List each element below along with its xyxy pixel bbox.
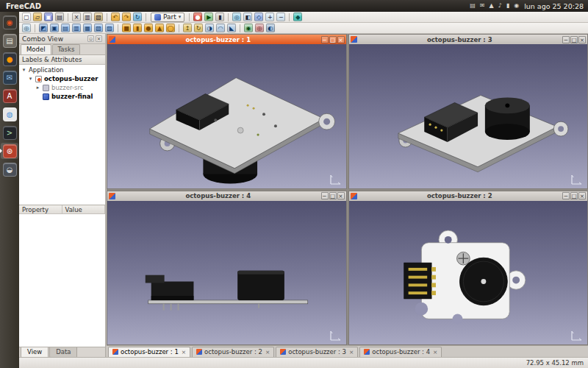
boolean-union-button[interactable]: ◉ <box>243 24 254 32</box>
tree-item-application[interactable]: ▾ Application <box>19 66 105 74</box>
part-revolve-button[interactable]: ↻ <box>193 24 204 32</box>
workbench-selector[interactable]: Part▾ <box>151 13 184 22</box>
paste-button[interactable]: ▧ <box>93 13 104 21</box>
expander-icon[interactable]: ▸ <box>35 85 40 91</box>
close-icon[interactable]: × <box>349 349 354 355</box>
close-button[interactable]: × <box>578 192 586 199</box>
tab-data[interactable]: Data <box>49 347 77 358</box>
undo-button[interactable]: ↶ <box>110 13 121 21</box>
view-draw-style-button[interactable]: ◧ <box>243 13 253 21</box>
close-icon[interactable]: × <box>433 349 437 355</box>
view-top-button[interactable]: ▤ <box>60 24 71 32</box>
float-button[interactable]: ▫ <box>87 35 94 42</box>
document-open-button[interactable]: ▱ <box>32 13 43 21</box>
launcher-item-dash-home[interactable]: ◉ <box>1 14 18 30</box>
refresh-button[interactable]: ↻ <box>132 13 143 21</box>
maximize-button[interactable]: □ <box>570 36 578 43</box>
close-button[interactable]: × <box>337 192 345 199</box>
window-titlebar[interactable]: octopus-buzzer : 3 − □ × <box>349 35 588 44</box>
close-button[interactable]: × <box>578 36 586 43</box>
view-left-button[interactable]: ▨ <box>104 24 115 32</box>
launcher-item-terminal[interactable]: > <box>1 124 18 141</box>
window-titlebar[interactable]: octopus-buzzer : 4 − □ × <box>107 191 346 201</box>
minimize-button[interactable]: − <box>321 192 329 199</box>
tab-tasks[interactable]: Tasks <box>52 44 81 54</box>
redo-button[interactable]: ↷ <box>121 13 132 21</box>
dock-titlebar[interactable]: Combo View ▫ × <box>19 34 105 44</box>
tree-item-buzzer-src[interactable]: ▸ buzzer-src <box>19 83 105 92</box>
viewport-3d-4[interactable] <box>107 201 346 345</box>
tab-model[interactable]: Model <box>21 44 51 54</box>
sound-menu-icon[interactable]: ♪ <box>498 0 502 12</box>
close-icon[interactable]: × <box>265 349 270 355</box>
keyboard-indicator-icon[interactable]: ▤ <box>470 0 476 12</box>
launcher-item-libreoffice-writer[interactable]: A <box>1 88 18 104</box>
part-extrude-button[interactable]: ↥ <box>182 24 193 32</box>
boolean-cut-button[interactable]: ◎ <box>254 24 265 32</box>
view-zoom-in-button[interactable]: + <box>265 13 275 21</box>
viewport-3d-3[interactable] <box>349 44 588 188</box>
view-axonometric-button[interactable]: ◇ <box>254 13 264 21</box>
view-isometric-button[interactable]: ◩ <box>38 24 49 32</box>
view-rear-button[interactable]: ▦ <box>82 24 93 32</box>
measure-distance-button[interactable]: ◆ <box>293 13 303 21</box>
session-menu-icon[interactable]: ◉ <box>514 0 519 12</box>
maximize-button[interactable]: □ <box>329 36 337 43</box>
minimize-button[interactable]: − <box>562 36 570 43</box>
part-torus-button[interactable]: ◯ <box>165 24 176 32</box>
window-titlebar[interactable]: octopus-buzzer : 2 − □ × <box>349 191 588 201</box>
view-bottom-button[interactable]: ▧ <box>93 24 104 32</box>
part-box-button[interactable]: ■ <box>121 24 132 32</box>
mdi-tab-1[interactable]: octopus-buzzer : 1× <box>108 347 190 357</box>
viewport-3d-2[interactable] <box>349 201 588 345</box>
minimize-button[interactable]: − <box>562 192 570 199</box>
expander-icon[interactable]: ▾ <box>28 76 33 82</box>
launcher-item-thunderbird[interactable]: ✉ <box>1 69 18 85</box>
macro-execute-button[interactable]: ▶ <box>204 13 214 21</box>
boolean-intersection-button[interactable]: ◐ <box>265 24 276 32</box>
macro-record-button[interactable]: ● <box>193 13 203 21</box>
macro-debug-button[interactable]: ▮ <box>215 13 225 21</box>
mdi-tab-2[interactable]: octopus-buzzer : 2× <box>192 347 274 357</box>
clock[interactable]: lun ago 25 20:28 <box>524 2 584 10</box>
tab-view[interactable]: View <box>21 347 49 358</box>
view-fit-button[interactable]: ◎ <box>21 24 32 32</box>
mdi-tab-3[interactable]: octopus-buzzer : 3× <box>276 347 358 357</box>
launcher-item-chromium[interactable]: ◍ <box>1 106 18 122</box>
view-right-button[interactable]: ▥ <box>71 24 82 32</box>
part-cone-button[interactable]: ▲ <box>154 24 165 32</box>
part-fillet-button[interactable]: ◠ <box>215 24 226 32</box>
messaging-menu-icon[interactable]: ✉ <box>480 0 485 12</box>
launcher-item-files[interactable]: ▤ <box>1 32 18 49</box>
view-front-button[interactable]: ▣ <box>49 24 60 32</box>
window-titlebar[interactable]: octopus-buzzer : 1 − □ × <box>107 35 346 44</box>
close-button[interactable]: × <box>337 36 345 43</box>
launcher-item-system-settings[interactable]: ◒ <box>1 161 18 177</box>
minimize-button[interactable]: − <box>321 36 329 43</box>
close-button[interactable]: × <box>96 35 102 42</box>
document-save-button[interactable]: ▣ <box>43 13 54 21</box>
print-button[interactable]: ▤ <box>54 13 65 21</box>
tree-item-octopus-buzzer[interactable]: ▾ octopus-buzzer <box>19 74 105 83</box>
view-zoom-out-button[interactable]: − <box>276 13 286 21</box>
view-fit-all-button[interactable]: ◎ <box>232 13 242 21</box>
part-sphere-button[interactable]: ● <box>143 24 154 32</box>
maximize-button[interactable]: □ <box>570 192 578 199</box>
network-menu-icon[interactable]: ▲ <box>489 0 493 12</box>
copy-button[interactable]: ▥ <box>82 13 93 21</box>
viewport-3d-1[interactable] <box>107 44 346 188</box>
cut-button[interactable]: × <box>71 13 82 21</box>
part-chamfer-button[interactable]: ◣ <box>226 24 237 32</box>
document-new-button[interactable]: ▢ <box>21 13 32 21</box>
tree-item-buzzer-final[interactable]: buzzer-final <box>19 92 105 101</box>
maximize-button[interactable]: □ <box>329 192 337 199</box>
close-icon[interactable]: × <box>182 349 186 355</box>
launcher-item-freecad[interactable]: ⊛ <box>1 143 18 159</box>
part-cylinder-button[interactable]: ▮ <box>132 24 143 32</box>
launcher-item-firefox[interactable]: ● <box>1 51 18 67</box>
property-table-body[interactable] <box>19 214 105 347</box>
part-mirror-button[interactable]: ◑ <box>204 24 215 32</box>
battery-indicator-icon[interactable]: ▮ <box>506 0 509 12</box>
expander-icon[interactable]: ▾ <box>21 67 26 73</box>
mdi-tab-4[interactable]: octopus-buzzer : 4× <box>359 347 442 357</box>
